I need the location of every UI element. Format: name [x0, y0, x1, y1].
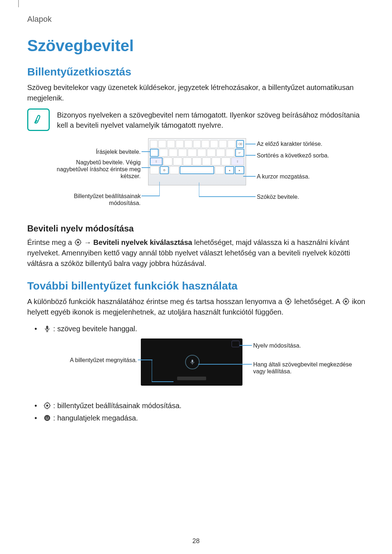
bullet-emoji-text: : hangulatjelek megadása. — [53, 414, 138, 422]
callout-shift: Nagybetű bevitele. Végig nagybetűvel írá… — [46, 159, 141, 180]
shift-key-left: ⇧ — [150, 157, 163, 165]
section-keyboard-layout: Billentyűzetkiosztás — [27, 66, 367, 78]
svg-point-9 — [46, 405, 48, 407]
callout-cursor: A kurzor mozgatása. — [257, 173, 351, 180]
svg-point-2 — [287, 300, 289, 303]
punctuation-key — [150, 149, 159, 157]
note-text: Bizonyos nyelveken a szövegbevitel nem t… — [57, 108, 367, 130]
svg-point-11 — [46, 417, 46, 418]
voice-input-diagram: A billentyűzet megnyitása. Nyelv módosít… — [43, 338, 355, 393]
bullet-emoji: : hangulatjelek megadása. — [34, 412, 367, 424]
settings-key: ⚙ — [160, 166, 169, 174]
svg-point-12 — [48, 417, 49, 418]
section-more-keyboard-functions: További billentyűzet funkciók használata — [27, 280, 367, 292]
more-functions-intro: A különböző funkciók használatához érint… — [27, 296, 367, 317]
page-title: Szövegbevitel — [27, 37, 367, 55]
voice-mic-button — [185, 355, 200, 369]
svg-rect-4 — [46, 325, 48, 329]
keyboard-layout-intro: Szöveg bevitelekor vagy üzenetek küldése… — [27, 82, 367, 103]
note-icon — [27, 108, 50, 131]
voice-language-button — [232, 341, 240, 347]
callout-open-keyboard: A billentyűzet megnyitása. — [43, 357, 137, 364]
subsection-input-language: Beviteli nyelv módosítása — [27, 223, 367, 234]
voice-keyboard-bar — [177, 377, 206, 380]
cursor-left-key: ◂ — [225, 166, 234, 174]
input-language-text: Érintse meg a → Beviteli nyelvek kiválas… — [27, 237, 367, 269]
gear-icon — [284, 297, 292, 305]
gear-icon — [342, 297, 350, 305]
keyboard-diagram: ⌫ ↵ ⇧ ⇧ ⚙ ◂ ▸ — [43, 138, 355, 211]
bullet-settings: : billentyűzet beállításainak módosítása… — [34, 399, 367, 412]
svg-point-1 — [77, 241, 79, 243]
il-arrow: → — [84, 238, 94, 246]
svg-rect-7 — [191, 360, 193, 362]
bullet-voice-text: : szöveg bevitele hanggal. — [53, 325, 137, 333]
bullet-settings-text: : billentyűzet beállításainak módosítása… — [53, 402, 182, 410]
mf-text-mid: lehetőséget. A — [294, 297, 342, 305]
enter-key: ↵ — [235, 149, 244, 157]
callout-space: Szóköz bevitele. — [257, 193, 351, 200]
mf-text-1: A különböző funkciók használatához érint… — [27, 297, 284, 305]
il-bold: Beviteli nyelvek kiválasztása — [93, 238, 192, 246]
il-text-1: Érintse meg a — [27, 238, 74, 246]
smiley-icon — [43, 414, 51, 422]
gear-icon — [43, 402, 51, 410]
note-block: Bizonyos nyelveken a szövegbevitel nem t… — [27, 108, 367, 131]
callout-enter: Sortörés a következő sorba. — [257, 152, 351, 159]
cursor-right-key: ▸ — [235, 166, 244, 174]
page-corner-mark — [18, 0, 19, 7]
voice-screen — [141, 338, 242, 386]
keyboard-image: ⌫ ↵ ⇧ ⇧ ⚙ ◂ ▸ — [148, 138, 246, 185]
callout-change-language: Nyelv módosítása. — [253, 342, 348, 349]
callout-punctuation: Írásjelek bevitele. — [46, 148, 141, 155]
backspace-key: ⌫ — [236, 140, 244, 148]
svg-point-10 — [44, 415, 50, 421]
callout-start-stop-voice: Hang általi szövegbevitel megkezdése vag… — [253, 361, 355, 375]
callout-settings: Billentyűzet beállításainak módosítása. — [46, 193, 141, 206]
gear-icon — [74, 238, 82, 246]
svg-point-3 — [345, 300, 347, 303]
chapter-header: Alapok — [27, 15, 367, 24]
bullet-voice: : szöveg bevitele hanggal. — [34, 323, 367, 335]
callout-backspace: Az előző karakter törlése. — [257, 140, 351, 147]
page-number: 28 — [0, 537, 392, 545]
shift-key-right: ⇧ — [231, 157, 244, 165]
microphone-icon — [43, 325, 51, 333]
space-key — [180, 166, 215, 174]
